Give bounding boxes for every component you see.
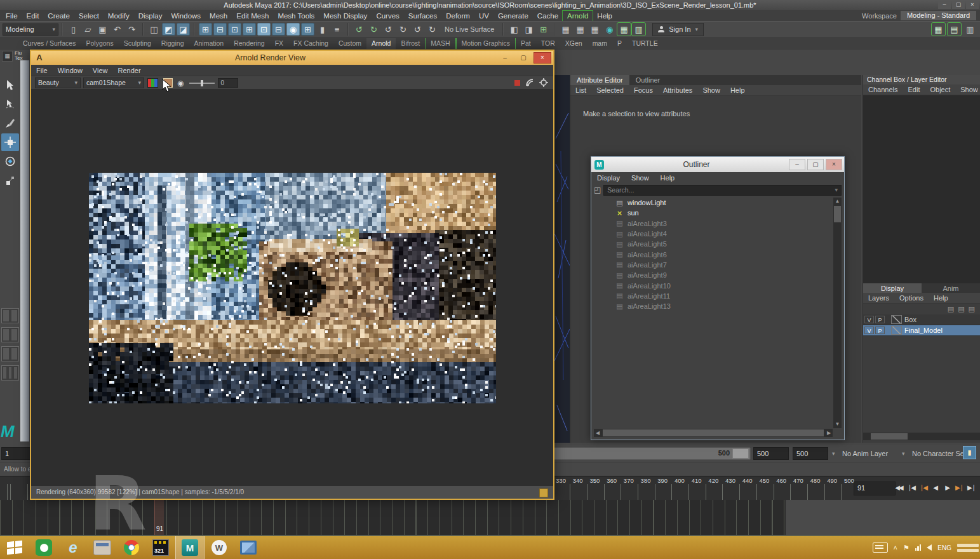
content-browser-icon[interactable]: ▥ bbox=[632, 23, 645, 36]
outliner-item-aiarealight10[interactable]: ▤aiAreaLight10 bbox=[594, 280, 833, 290]
construction-c-icon[interactable]: ↺ bbox=[411, 23, 424, 36]
animation-end-field[interactable]: 500 bbox=[793, 447, 828, 460]
cb-menu-object[interactable]: Object bbox=[925, 86, 955, 93]
scrollbar-thumb[interactable] bbox=[603, 429, 824, 436]
step-back-frame-button[interactable]: ❘◀ bbox=[905, 480, 916, 494]
tab-outliner[interactable]: Outliner bbox=[629, 75, 667, 85]
render-view-minimize-button[interactable]: – bbox=[497, 53, 513, 63]
new-scene-icon[interactable]: ▯ bbox=[67, 23, 80, 36]
menu-mesh-tools[interactable]: Mesh Tools bbox=[273, 11, 319, 21]
ae-menu-attributes[interactable]: Attributes bbox=[658, 86, 697, 94]
outliner-search-input[interactable]: Search... ▾ bbox=[603, 185, 842, 196]
outliner-item-aiarealight5[interactable]: ▤aiAreaLight5 bbox=[594, 239, 833, 249]
menu-select[interactable]: Select bbox=[74, 11, 104, 21]
outliner-item-sun[interactable]: ×sun bbox=[594, 208, 833, 218]
photos-app[interactable] bbox=[234, 536, 263, 559]
menu-curves[interactable]: Curves bbox=[372, 11, 403, 21]
redo-icon[interactable]: ↷ bbox=[125, 23, 138, 36]
menu-uv[interactable]: UV bbox=[474, 11, 493, 21]
outliner-titlebar[interactable]: M Outliner – ▢ × bbox=[591, 157, 844, 172]
history-icon[interactable]: ≡ bbox=[330, 23, 344, 36]
render-view-close-button[interactable]: × bbox=[534, 52, 551, 64]
snapshot-icon[interactable]: ◉ bbox=[177, 79, 184, 88]
menu-edit-mesh[interactable]: Edit Mesh bbox=[232, 11, 273, 21]
panel-single-icon[interactable]: ◧ bbox=[507, 23, 521, 36]
render-view-menu-window[interactable]: Window bbox=[53, 67, 88, 74]
layer-menu-options[interactable]: Options bbox=[894, 294, 929, 302]
layer-tab-anim[interactable]: Anim bbox=[922, 283, 980, 293]
layer-row-box[interactable]: VPBox bbox=[863, 314, 980, 325]
outliner-menu-display[interactable]: Display bbox=[591, 174, 626, 182]
language-indicator[interactable]: ENG bbox=[937, 544, 951, 551]
scrollbar-thumb[interactable] bbox=[871, 433, 908, 440]
internet-explorer-app[interactable]: e bbox=[58, 536, 88, 559]
snap-point-icon[interactable]: ⊡ bbox=[228, 23, 241, 36]
ipr-render-icon[interactable]: ▦ bbox=[574, 23, 587, 36]
menu-create[interactable]: Create bbox=[43, 11, 74, 21]
open-scene-icon[interactable]: ▱ bbox=[81, 23, 95, 36]
ae-menu-list[interactable]: List bbox=[570, 86, 591, 94]
snap-grid-icon[interactable]: ⊞ bbox=[199, 23, 212, 36]
minimize-button[interactable]: – bbox=[938, 1, 951, 9]
range-slider-handle[interactable] bbox=[732, 448, 749, 459]
layout-outliner-persp[interactable] bbox=[1, 365, 19, 381]
outliner-item-aiarealight4[interactable]: ▤aiAreaLight4 bbox=[594, 229, 833, 239]
layer-playback-toggle[interactable]: P bbox=[875, 327, 885, 334]
construction-d-icon[interactable]: ↻ bbox=[426, 23, 439, 36]
shelf-tab-mash[interactable]: MASH bbox=[425, 38, 455, 49]
go-to-start-button[interactable]: ◀◀ bbox=[893, 480, 904, 494]
outliner-horizontal-scrollbar[interactable]: ◀ ▶ bbox=[594, 429, 833, 437]
settings-gear-icon[interactable] bbox=[539, 78, 548, 87]
layer-menu-help[interactable]: Help bbox=[929, 294, 953, 302]
camera-dropdown[interactable]: cam01Shape▾ bbox=[83, 77, 144, 88]
menu-mesh-display[interactable]: Mesh Display bbox=[319, 11, 372, 21]
layout-two-stacked[interactable] bbox=[1, 327, 19, 342]
outliner-item-aiarealight13[interactable]: ▤aiAreaLight13 bbox=[594, 301, 833, 311]
outliner-item-aiarealight3[interactable]: ▤aiAreaLight3 bbox=[594, 219, 833, 229]
snap-view-icon[interactable]: ⊡ bbox=[257, 23, 271, 36]
go-to-end-button[interactable]: ▶❘ bbox=[965, 480, 977, 494]
current-frame-field[interactable]: 91 bbox=[854, 482, 896, 495]
network-icon[interactable] bbox=[915, 544, 922, 551]
viewport-wireframe[interactable] bbox=[554, 75, 570, 443]
snapshot-store-icon[interactable] bbox=[539, 488, 548, 497]
keyboard-icon[interactable] bbox=[873, 542, 888, 553]
shelf-tab-polygons[interactable]: Polygons bbox=[81, 38, 118, 49]
layer-tab-display[interactable]: Display bbox=[863, 283, 922, 293]
select-hierarchy-icon[interactable]: ◫ bbox=[147, 23, 161, 36]
move-layer-up-icon[interactable]: ▤ bbox=[948, 305, 954, 313]
shelf-tab-animation[interactable]: Animation bbox=[189, 38, 229, 49]
layer-playback-toggle[interactable]: P bbox=[875, 316, 885, 323]
menu-help[interactable]: Help bbox=[593, 11, 617, 21]
construction-a-icon[interactable]: ↺ bbox=[382, 23, 395, 36]
shelf-tab-rendering[interactable]: Rendering bbox=[229, 38, 269, 49]
shelf-tab-fx[interactable]: FX bbox=[270, 38, 288, 49]
close-button[interactable]: × bbox=[966, 1, 979, 9]
menu-display[interactable]: Display bbox=[134, 11, 167, 21]
start-button[interactable] bbox=[0, 536, 29, 559]
layer-menu-layers[interactable]: Layers bbox=[863, 294, 894, 302]
render-view-menu-file[interactable]: File bbox=[31, 67, 53, 74]
construction-b-icon[interactable]: ↻ bbox=[396, 23, 410, 36]
stop-render-icon[interactable] bbox=[514, 80, 520, 86]
undo-icon[interactable]: ↶ bbox=[111, 23, 124, 36]
lock-icon[interactable]: ▮ bbox=[316, 23, 329, 36]
menu-generate[interactable]: Generate bbox=[493, 11, 533, 21]
outliner-vertical-scrollbar[interactable]: ▲ ▼ bbox=[833, 198, 842, 428]
panel-grid-icon[interactable]: ⊞ bbox=[537, 23, 550, 36]
volume-icon[interactable] bbox=[927, 544, 932, 551]
action-center-icon[interactable]: ⚑ bbox=[903, 544, 910, 552]
outliner-item-windowlight[interactable]: ▤windowLight bbox=[594, 198, 833, 208]
menu-arnold[interactable]: Arnold bbox=[563, 11, 593, 21]
select-tool[interactable] bbox=[1, 76, 19, 94]
outliner-minimize-button[interactable]: – bbox=[789, 159, 805, 170]
workspace-value[interactable]: Modeling - Standard bbox=[901, 11, 976, 20]
shelf-tab-sculpting[interactable]: Sculpting bbox=[119, 38, 156, 49]
show-hidden-icons[interactable]: ˄ bbox=[894, 544, 897, 551]
clock[interactable] bbox=[957, 544, 979, 552]
cb-menu-channels[interactable]: Channels bbox=[863, 86, 903, 93]
slider-knob[interactable] bbox=[201, 80, 203, 86]
step-forward-key-button[interactable]: ▶❘ bbox=[953, 480, 965, 494]
render-view-titlebar[interactable]: A Arnold Render View – ▢ × bbox=[31, 51, 553, 65]
shelf-tab-pat[interactable]: Pat bbox=[516, 38, 536, 49]
